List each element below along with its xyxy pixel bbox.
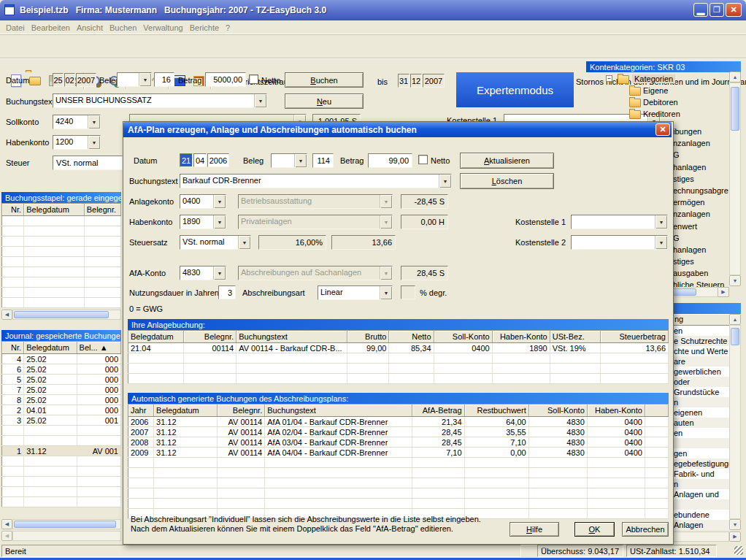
account-item-fragment[interactable]: ebundene Werkz: [672, 510, 729, 520]
column-header[interactable]: Belegdatum: [24, 204, 85, 216]
dialog-datum-month[interactable]: 04: [193, 153, 207, 167]
table-row[interactable]: [2, 247, 121, 257]
netto-checkbox[interactable]: [249, 74, 258, 84]
table-row[interactable]: 200831.12AV 00114AfA 03/04 - Barkauf CDR…: [128, 437, 669, 448]
column-header[interactable]: Jahr: [128, 404, 154, 417]
dialog-datum-year[interactable]: 2006: [207, 153, 229, 167]
dialog-datum-day[interactable]: 21: [180, 153, 193, 167]
scroll-right-icon[interactable]: ▶: [718, 287, 729, 297]
table-row[interactable]: [2, 477, 121, 487]
period-to-year[interactable]: 2007: [423, 74, 445, 88]
period-to-month[interactable]: 12: [410, 74, 422, 88]
tree-item-eigene[interactable]: Eigene: [643, 86, 668, 95]
account-item-fragment[interactable]: are: [672, 356, 729, 367]
dialog-buchungstext-combo[interactable]: Barkauf CDR-Brenner▼: [180, 174, 452, 188]
account-item-fragment[interactable]: chte und Werte: [672, 346, 729, 356]
habenkonto-combo[interactable]: 1200▼: [53, 135, 101, 150]
tree-item-fragment[interactable]: nzanlagen: [673, 208, 728, 220]
tree-item-fragment[interactable]: stiges: [673, 256, 728, 267]
kostenstelle1-combo[interactable]: ▼: [571, 215, 668, 229]
account-item-fragment[interactable]: e Schutzrechte: [672, 336, 729, 346]
table-row[interactable]: [2, 288, 121, 298]
tree-item-fragment[interactable]: G: [673, 149, 728, 161]
chevron-down-icon[interactable]: ▼: [88, 136, 100, 149]
table-row[interactable]: [2, 277, 121, 288]
menu-item[interactable]: Buchen: [109, 23, 136, 32]
menu-item[interactable]: Verwaltung: [143, 23, 182, 32]
column-header[interactable]: Haben-Konto: [492, 331, 550, 343]
account-item-fragment[interactable]: eigenen Grundst: [672, 407, 729, 418]
account-item-fragment[interactable]: gen: [672, 448, 729, 459]
chevron-down-icon[interactable]: ▼: [380, 286, 392, 299]
table-row[interactable]: [2, 226, 121, 237]
tree-item-fragment[interactable]: echnungsabgren: [673, 185, 728, 196]
menu-item[interactable]: ?: [226, 23, 230, 32]
column-header[interactable]: [645, 404, 668, 417]
account-item-fragment[interactable]: Anlagen und Ma: [672, 489, 729, 499]
tree-item-debitoren[interactable]: Debitoren: [643, 98, 678, 107]
column-header[interactable]: Nr.: [2, 204, 24, 216]
datum-year[interactable]: 2007: [76, 73, 96, 87]
steuer-field[interactable]: VSt. normal: [53, 156, 123, 170]
period-to-day[interactable]: 31: [398, 74, 409, 88]
accounts-column-header[interactable]: ng: [672, 314, 729, 326]
abbrechen-button[interactable]: Abbrechen: [622, 522, 669, 537]
table-row[interactable]: [2, 436, 121, 446]
dialog-beleg-nr[interactable]: 114: [312, 153, 334, 168]
table-row[interactable]: [2, 456, 121, 467]
table-row[interactable]: [2, 298, 121, 308]
anlagekonto-combo[interactable]: 0400▼: [180, 194, 226, 209]
account-item-fragment[interactable]: en: [672, 326, 729, 336]
stapel-table[interactable]: Nr.BelegdatumBelegnr.: [1, 203, 121, 308]
menu-item[interactable]: Ansicht: [77, 23, 103, 32]
table-row[interactable]: [2, 257, 121, 267]
table-row[interactable]: 625.02000: [2, 364, 121, 375]
dialog-betrag-field[interactable]: 99,00: [368, 153, 412, 168]
table-row[interactable]: 200931.12AV 00114AfA 04/04 - Barkauf CDR…: [128, 448, 669, 458]
table-row[interactable]: [2, 426, 121, 436]
beleg-combo[interactable]: ▼: [117, 72, 152, 87]
chevron-down-icon[interactable]: ▼: [213, 195, 226, 208]
column-header[interactable]: Belegnr.: [184, 331, 237, 343]
table-row[interactable]: [128, 478, 669, 488]
column-header[interactable]: Steuerbetrag: [600, 331, 668, 343]
table-row[interactable]: 200731.12AV 00114AfA 02/04 - Barkauf CDR…: [128, 427, 669, 437]
chevron-down-icon[interactable]: ▼: [213, 215, 226, 229]
column-header[interactable]: Haben-Konto: [587, 404, 645, 417]
aktualisieren-button[interactable]: Aktualisieren: [460, 153, 554, 169]
column-header[interactable]: Brutto: [347, 331, 389, 343]
chevron-down-icon[interactable]: ▼: [655, 236, 667, 249]
column-header[interactable]: Soll-Konto: [528, 404, 587, 417]
table-row[interactable]: [128, 458, 669, 468]
abschreibungsart-combo[interactable]: Linear▼: [318, 285, 393, 300]
tree-item-fragment[interactable]: ibungen: [673, 126, 728, 137]
table-row[interactable]: [128, 499, 669, 509]
minimize-button[interactable]: ▬: [693, 3, 708, 17]
betrag-field[interactable]: 5000,00: [205, 72, 246, 87]
column-header[interactable]: Soll-Konto: [434, 331, 492, 343]
table-row[interactable]: 21.0400114AV 00114 - Barkauf CDR-B...99,…: [128, 343, 669, 353]
column-header[interactable]: Belegnr.: [218, 404, 265, 417]
account-item-fragment[interactable]: Grundstücke: [672, 387, 729, 397]
journal-hscrollbar[interactable]: [12, 519, 121, 529]
afa-table[interactable]: JahrBelegdatumBelegnr.BuchungstextAfA-Be…: [128, 404, 669, 519]
neu-button[interactable]: Neu: [285, 93, 364, 109]
scroll-up-icon[interactable]: ▲: [729, 72, 741, 83]
tree-item-fragment[interactable]: nzanlagen: [673, 137, 728, 149]
menu-item[interactable]: Bearbeiten: [31, 23, 70, 32]
tree-item-kreditoren[interactable]: Kreditoren: [643, 110, 680, 118]
column-header[interactable]: Belegnr.: [84, 204, 120, 216]
hilfe-button[interactable]: Hilfe: [509, 522, 559, 537]
beleg-nr-field[interactable]: 16: [154, 72, 174, 87]
dialog-close-icon[interactable]: ✕: [655, 123, 670, 136]
table-row[interactable]: [2, 497, 121, 507]
column-header[interactable]: AfA-Betrag: [412, 404, 464, 417]
afakonto-combo[interactable]: 4830▼: [180, 266, 226, 280]
account-item-fragment[interactable]: n: [672, 479, 729, 489]
chevron-down-icon[interactable]: ▼: [88, 115, 100, 129]
tree-item-fragment[interactable]: enwert: [673, 220, 728, 232]
loeschen-button[interactable]: Löschen: [460, 173, 554, 189]
table-row[interactable]: [2, 237, 121, 247]
table-row[interactable]: [128, 488, 669, 499]
table-row[interactable]: [128, 353, 669, 364]
